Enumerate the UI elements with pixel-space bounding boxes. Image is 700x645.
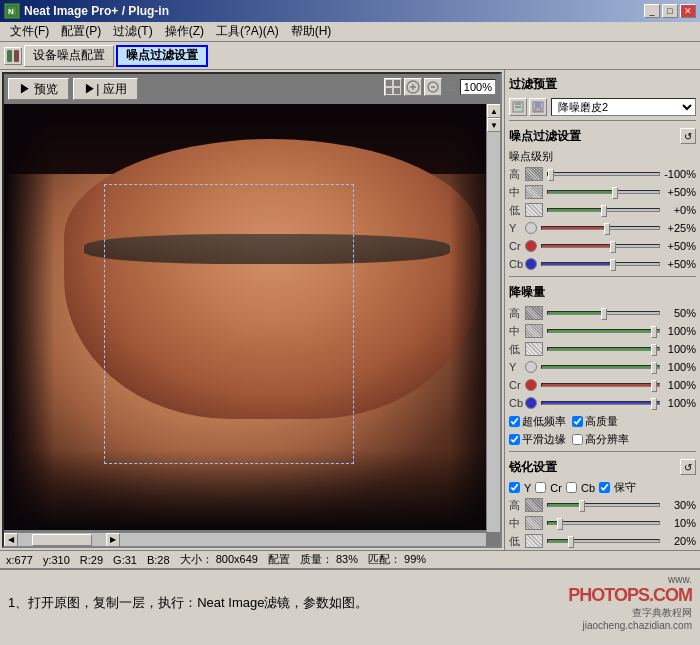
status-b: B:28	[147, 554, 170, 566]
zoom-icon-1[interactable]	[384, 78, 402, 96]
status-bar: x:677 y:310 R:29 G:31 B:28 大小： 800x649 配…	[0, 550, 700, 568]
tab-device-config[interactable]: 设备噪点配置	[24, 45, 114, 67]
preset-save-button[interactable]	[529, 98, 547, 116]
noise-cb-dot	[525, 258, 537, 270]
sharp-high-value: 30%	[664, 499, 696, 511]
status-r: R:29	[80, 554, 103, 566]
denoise-cr-slider[interactable]	[541, 383, 660, 387]
denoise-high-slider[interactable]	[547, 311, 660, 315]
sharp-cb-checkbox[interactable]	[566, 482, 577, 493]
checkbox-ultra-low[interactable]: 超低频率	[509, 414, 566, 429]
denoise-y-slider[interactable]	[541, 365, 660, 369]
logo-site-cn: 查字典教程网	[632, 606, 692, 620]
menu-tools[interactable]: 工具(?A)(A)	[210, 21, 285, 42]
status-size-value: 800x649	[216, 553, 258, 565]
denoise-low-slider[interactable]	[547, 347, 660, 351]
preview-button[interactable]: ▶ 预览	[8, 78, 69, 100]
status-size: 大小： 800x649	[180, 552, 258, 567]
minimize-button[interactable]: _	[644, 4, 660, 18]
denoise-cr-value: 100%	[664, 379, 696, 391]
menu-filter[interactable]: 过滤(T)	[107, 21, 158, 42]
maximize-button[interactable]: □	[662, 4, 678, 18]
zoom-icon-search	[444, 80, 458, 94]
sharp-keep-label: 保守	[614, 480, 636, 495]
noise-high-slider[interactable]	[547, 172, 660, 176]
preset-dropdown[interactable]: 降噪磨皮2	[551, 98, 696, 116]
denoise-mid-slider[interactable]	[547, 329, 660, 333]
close-button[interactable]: ✕	[680, 4, 696, 18]
noise-high-value: -100%	[664, 168, 696, 180]
sharpening-header: 锐化设置 ↺	[509, 456, 696, 478]
window-controls[interactable]: _ □ ✕	[644, 4, 696, 18]
svg-rect-5	[394, 80, 400, 86]
noise-low-slider[interactable]	[547, 208, 660, 212]
noise-levels-title: 噪点级别	[509, 149, 696, 164]
preset-icons	[509, 98, 547, 116]
scroll-thumb-horizontal[interactable]	[32, 534, 92, 546]
noise-cr-label: Cr	[509, 240, 523, 252]
scroll-right-button[interactable]: ▶	[106, 533, 120, 547]
scroll-up-button[interactable]: ▲	[487, 104, 501, 118]
sharpening-reset-button[interactable]: ↺	[680, 459, 696, 475]
noise-y-slider[interactable]	[541, 226, 660, 230]
denoise-high-label: 高	[509, 306, 523, 321]
svg-rect-7	[394, 88, 400, 94]
sharp-low-slider[interactable]	[547, 539, 660, 543]
preset-load-button[interactable]	[509, 98, 527, 116]
noise-cr-value: +50%	[664, 240, 696, 252]
denoise-cr-label: Cr	[509, 379, 523, 391]
zoom-icon-2[interactable]	[404, 78, 422, 96]
checkbox-row-1: 超低频率 高质量	[509, 414, 696, 429]
denoise-title: 降噪量	[509, 284, 545, 301]
logo-www: www.	[668, 574, 692, 585]
action-bar: ▶ 预览 ▶| 应用	[8, 78, 138, 100]
noise-filter-header: 噪点过滤设置 ↺	[509, 125, 696, 147]
scroll-left-button[interactable]: ◀	[4, 533, 18, 547]
zoom-fit-button[interactable]	[424, 78, 442, 96]
scroll-down-button[interactable]: ▼	[487, 118, 501, 132]
checkbox-high-res[interactable]: 高分辨率	[572, 432, 629, 447]
sharp-low-value: 20%	[664, 535, 696, 547]
noise-mid-slider[interactable]	[547, 190, 660, 194]
noise-filter-title: 噪点过滤设置	[509, 128, 581, 145]
image-panel[interactable]: ▶ 预览 ▶| 应用 100%	[2, 72, 502, 548]
sharp-y-checkbox[interactable]	[509, 482, 520, 493]
tab-noise-filter[interactable]: 噪点过滤设置	[116, 45, 208, 67]
apply-button[interactable]: ▶| 应用	[73, 78, 137, 100]
sharp-mid-label: 中	[509, 516, 523, 531]
sharp-cr-checkbox[interactable]	[535, 482, 546, 493]
sharp-mid-slider[interactable]	[547, 521, 660, 525]
noise-cr-slider[interactable]	[541, 244, 660, 248]
sharp-keep-checkbox[interactable]	[599, 482, 610, 493]
noise-channel-cb: Cb +50%	[509, 256, 696, 272]
checkbox-ultra-low-input[interactable]	[509, 416, 520, 427]
horizontal-scrollbar[interactable]: ◀ ▶	[4, 532, 486, 546]
checkbox-high-res-input[interactable]	[572, 434, 583, 445]
noise-mid-label: 中	[509, 185, 523, 200]
vertical-scrollbar[interactable]: ▲ ▼	[486, 104, 500, 532]
checkbox-smooth-edge[interactable]: 平滑边缘	[509, 432, 566, 447]
device-config-icon[interactable]	[4, 47, 22, 65]
main-area: ▶ 预览 ▶| 应用 100%	[0, 70, 700, 550]
sharp-high-slider[interactable]	[547, 503, 660, 507]
title-bar: N Neat Image Pro+ / Plug-in _ □ ✕	[0, 0, 700, 22]
menu-help[interactable]: 帮助(H)	[285, 21, 338, 42]
checkbox-high-quality[interactable]: 高质量	[572, 414, 618, 429]
checkbox-high-quality-input[interactable]	[572, 416, 583, 427]
checkbox-smooth-edge-input[interactable]	[509, 434, 520, 445]
tab-bar: 设备噪点配置 噪点过滤设置	[0, 42, 700, 70]
noise-cb-slider[interactable]	[541, 262, 660, 266]
menu-config[interactable]: 配置(P)	[55, 21, 107, 42]
noise-filter-reset-button[interactable]: ↺	[680, 128, 696, 144]
status-x: x:677	[6, 554, 33, 566]
menu-file[interactable]: 文件(F)	[4, 21, 55, 42]
denoise-high-value: 50%	[664, 307, 696, 319]
denoise-cb-slider[interactable]	[541, 401, 660, 405]
status-quality-value: 83%	[336, 553, 358, 565]
svg-rect-3	[14, 50, 19, 62]
denoise-cr-dot	[525, 379, 537, 391]
checkbox-ultra-low-label: 超低频率	[522, 414, 566, 429]
denoise-mid-swatch	[525, 324, 543, 338]
menu-operation[interactable]: 操作(Z)	[159, 21, 210, 42]
face-image	[4, 104, 500, 530]
